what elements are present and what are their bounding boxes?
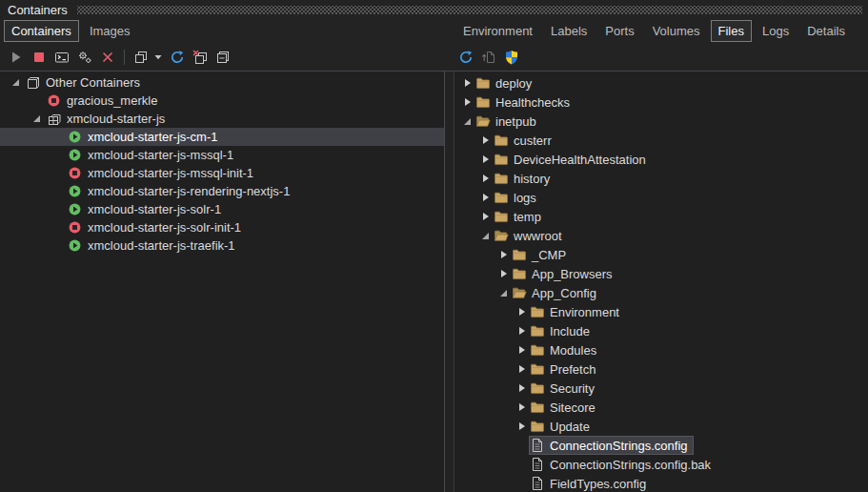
start-container-button[interactable] <box>6 47 27 68</box>
tree-item-include[interactable]: Include <box>454 321 868 340</box>
group-dropdown-caret[interactable] <box>153 47 163 68</box>
tree-item-temp[interactable]: temp <box>454 207 868 226</box>
tree-item-content: deploy <box>474 73 537 92</box>
expand-expander-icon[interactable] <box>515 327 529 335</box>
tree-item-modules[interactable]: Modules <box>454 340 868 359</box>
tab-files[interactable]: Files <box>711 20 752 42</box>
tree-item-app-config[interactable]: App_Config <box>454 283 868 302</box>
expand-expander-icon[interactable] <box>515 365 529 373</box>
remove-container-button[interactable] <box>97 47 118 68</box>
tree-item-content: wwwroot <box>493 226 568 245</box>
compact-view-button[interactable] <box>212 47 233 68</box>
collapse-expander-icon[interactable] <box>496 290 511 297</box>
tree-item-xmcloud-starter-js-solr-1[interactable]: xmcloud-starter-js-solr-1 <box>0 200 444 218</box>
tree-item-label: App_Browsers <box>532 267 613 281</box>
tree-item-xmcloud-starter-js-mssql-1[interactable]: xmcloud-starter-js-mssql-1 <box>0 146 444 164</box>
tool-window-titlebar: Containers <box>0 0 868 19</box>
tree-item-logs[interactable]: logs <box>454 188 868 207</box>
tree-item--cmp[interactable]: _CMP <box>454 245 868 264</box>
tree-item-label: FieldTypes.config <box>550 477 646 491</box>
tab-labels[interactable]: Labels <box>543 20 595 42</box>
tree-item-gracious-merkle[interactable]: gracious_merkle <box>0 92 444 110</box>
tab-volumes[interactable]: Volumes <box>645 20 708 42</box>
tab-containers[interactable]: Containers <box>4 20 79 42</box>
tree-item-update[interactable]: Update <box>454 417 868 436</box>
tree-item-content: _CMP <box>511 245 572 264</box>
terminal-icon <box>54 50 70 65</box>
folder-open-icon <box>475 113 493 129</box>
expand-expander-icon[interactable] <box>496 270 511 277</box>
refresh-files-button[interactable] <box>455 47 476 68</box>
expand-expander-icon[interactable] <box>460 98 474 106</box>
tree-item-fieldtypes-config[interactable]: FieldTypes.config <box>454 474 868 492</box>
tree-item-connectionstrings-config-bak[interactable]: ConnectionStrings.config.bak <box>454 455 868 474</box>
collapse-expander-icon[interactable] <box>460 118 474 125</box>
expand-expander-icon[interactable] <box>515 422 529 430</box>
expand-expander-icon[interactable] <box>496 251 511 258</box>
triangle-collapsed-icon <box>483 213 489 220</box>
prune-containers-button[interactable] <box>190 47 211 68</box>
expand-expander-icon[interactable] <box>515 384 529 392</box>
tree-item-custerr[interactable]: custerr <box>454 131 868 150</box>
expand-expander-icon[interactable] <box>478 194 493 201</box>
tree-item-devicehealthattestation[interactable]: DeviceHealthAttestation <box>454 150 868 169</box>
tree-item-wwwroot[interactable]: wwwroot <box>454 226 868 245</box>
expand-expander-icon[interactable] <box>515 403 529 411</box>
container-settings-button[interactable] <box>74 47 95 68</box>
expand-expander-icon[interactable] <box>460 79 474 87</box>
tab-row: ContainersImages EnvironmentLabelsPortsV… <box>0 19 868 43</box>
tree-item-xmcloud-starter-js-solr-init-1[interactable]: xmcloud-starter-js-solr-init-1 <box>0 218 444 236</box>
tab-images[interactable]: Images <box>82 20 138 42</box>
tree-item-xmcloud-starter-js-mssql-init-1[interactable]: xmcloud-starter-js-mssql-init-1 <box>0 164 444 182</box>
collapse-expander-icon[interactable] <box>27 115 46 122</box>
tree-item-label: DeviceHealthAttestation <box>514 153 646 167</box>
elevation-shield-button[interactable] <box>501 47 522 68</box>
tree-item-label: gracious_merkle <box>67 93 157 108</box>
expand-expander-icon[interactable] <box>478 174 493 182</box>
tree-item-history[interactable]: history <box>454 169 868 188</box>
tab-environment[interactable]: Environment <box>455 20 540 42</box>
tree-item-label: Healthchecks <box>495 95 570 110</box>
expand-expander-icon[interactable] <box>515 346 529 354</box>
open-terminal-button[interactable] <box>51 47 72 68</box>
tree-item-healthchecks[interactable]: Healthchecks <box>454 92 868 112</box>
expand-expander-icon[interactable] <box>478 213 493 220</box>
tree-item-deploy[interactable]: deploy <box>454 73 868 92</box>
tree-item-xmcloud-starter-js-traefik-1[interactable]: xmcloud-starter-js-traefik-1 <box>0 236 444 255</box>
tree-item-label: xmcloud-starter-js-mssql-1 <box>88 148 233 162</box>
file-icon <box>530 438 547 453</box>
tab-ports[interactable]: Ports <box>597 20 641 42</box>
stopped-icon <box>47 93 64 109</box>
tree-item-prefetch[interactable]: Prefetch <box>454 359 868 379</box>
titlebar-drag-handle[interactable] <box>77 6 862 14</box>
tree-item-other-containers[interactable]: Other Containers <box>0 73 444 92</box>
triangle-collapsed-icon <box>519 308 525 316</box>
stop-container-button[interactable] <box>29 47 50 68</box>
folder-icon <box>530 400 547 415</box>
tab-logs[interactable]: Logs <box>755 20 797 42</box>
expand-expander-icon[interactable] <box>515 308 529 316</box>
tree-item-xmcloud-starter-js-cm-1[interactable]: xmcloud-starter-js-cm-1 <box>0 128 444 146</box>
group-containers-button[interactable] <box>131 47 151 68</box>
tree-item-xmcloud-starter-js-rendering-nextjs-1[interactable]: xmcloud-starter-js-rendering-nextjs-1 <box>0 182 444 200</box>
folder-icon <box>512 247 529 262</box>
tree-item-security[interactable]: Security <box>454 379 868 398</box>
expand-expander-icon[interactable] <box>478 136 493 144</box>
tree-item-xmcloud-starter-js[interactable]: xmcloud-starter-js <box>0 110 444 128</box>
folder-icon <box>530 323 547 338</box>
collapse-expander-icon[interactable] <box>6 79 25 86</box>
expand-expander-icon[interactable] <box>478 155 493 163</box>
tree-item-label: xmcloud-starter-js-solr-1 <box>88 202 221 216</box>
content-area: Other Containersgracious_merklexmcloud-s… <box>0 71 868 492</box>
folder-icon <box>530 342 547 358</box>
open-file-button[interactable] <box>478 47 499 68</box>
tree-item-environment[interactable]: Environment <box>454 302 868 321</box>
collapse-expander-icon[interactable] <box>478 233 493 239</box>
tree-item-inetpub[interactable]: inetpub <box>454 112 868 131</box>
tree-item-app-browsers[interactable]: App_Browsers <box>454 264 868 283</box>
tree-item-connectionstrings-config[interactable]: ConnectionStrings.config <box>454 436 868 455</box>
open-file-icon <box>481 50 496 65</box>
tab-details[interactable]: Details <box>799 20 853 42</box>
refresh-containers-button[interactable] <box>167 47 188 68</box>
tree-item-sitecore[interactable]: Sitecore <box>454 398 868 417</box>
